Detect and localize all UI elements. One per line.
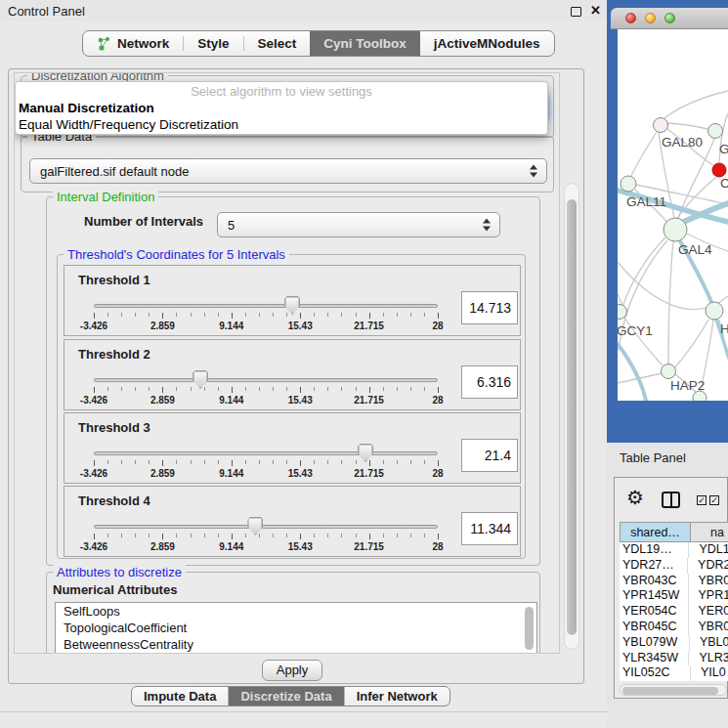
threshold-slider[interactable]: -3.4262.8599.14415.4321.71528 xyxy=(94,266,438,337)
network-canvas[interactable]: GAL80GACGAL11GAL4GCY1HHAP2 xyxy=(618,29,728,401)
network-window-titlebar[interactable] xyxy=(611,8,728,29)
threshold-value-field[interactable]: 21.4 xyxy=(461,439,518,472)
table-cell[interactable]: YLR345W xyxy=(620,651,689,666)
table-row[interactable]: YBR045CYBR0 xyxy=(620,620,728,635)
slider-minor-tick xyxy=(424,534,425,537)
network-node-label: GAL80 xyxy=(662,135,703,150)
table-row[interactable]: YBR043CYBR0 xyxy=(620,574,728,589)
table-row[interactable]: YDR27…YDR2 xyxy=(620,558,728,574)
table-cell[interactable]: YBR043C xyxy=(620,574,689,589)
slider-tick xyxy=(94,534,95,539)
tab-impute-data[interactable]: Impute Data xyxy=(132,687,228,706)
slider-track[interactable] xyxy=(94,451,438,455)
table-cell[interactable]: YBL079W xyxy=(620,635,690,651)
table-cell[interactable]: YER0 xyxy=(689,604,728,620)
table-cell[interactable]: YPR145W xyxy=(620,588,689,604)
table-cell[interactable]: YIL052C xyxy=(620,665,691,681)
tab-style[interactable]: Style xyxy=(184,31,242,56)
threshold-value-field[interactable]: 6.316 xyxy=(461,365,518,399)
number-of-intervals-select[interactable]: 5 xyxy=(217,212,500,237)
checkbox-icon[interactable]: ✓ xyxy=(709,495,719,505)
zoom-traffic-light-icon[interactable] xyxy=(664,13,675,23)
slider-minor-tick xyxy=(191,387,192,391)
table-row[interactable]: YER054CYER0 xyxy=(620,604,728,620)
table-cell[interactable]: YIL0 xyxy=(691,665,726,681)
table-row[interactable]: YDL19…YDL1 xyxy=(620,542,728,558)
horizontal-scrollbar-thumb[interactable] xyxy=(622,687,718,695)
table-cell[interactable]: YPR1 xyxy=(689,588,728,604)
slider-thumb[interactable] xyxy=(193,370,208,389)
table-cell[interactable]: YBR0 xyxy=(689,574,728,589)
network-node-gal11[interactable] xyxy=(621,176,636,192)
dropdown-option-equal-width-frequency-discretization[interactable]: Equal Width/Frequency Discretization xyxy=(16,116,547,133)
tab-jactivemnodules[interactable]: jActiveMNodules xyxy=(420,31,554,56)
slider-track[interactable] xyxy=(94,525,438,529)
network-edge xyxy=(667,123,707,129)
attribute-item-topologicalcoefficient[interactable]: TopologicalCoefficient xyxy=(56,620,536,636)
network-node-h[interactable] xyxy=(706,302,723,320)
table-cell[interactable]: YDL19… xyxy=(620,542,689,558)
slider-minor-tick xyxy=(245,313,246,317)
slider-tick xyxy=(300,387,301,393)
network-node-ga[interactable] xyxy=(708,124,723,139)
gear-icon[interactable]: ⚙ xyxy=(626,486,644,509)
slider-thumb[interactable] xyxy=(247,517,263,535)
table-row[interactable]: YLR345WYLR3 xyxy=(620,651,728,666)
table-cell[interactable]: YBL0 xyxy=(690,635,728,651)
table-data-select[interactable]: galFiltered.sif default node xyxy=(29,158,547,184)
bottom-divider xyxy=(0,711,607,712)
threshold-slider[interactable]: -3.4262.8599.14415.4321.71528 xyxy=(94,340,438,411)
horizontal-scrollbar[interactable] xyxy=(620,684,727,696)
table-cell[interactable]: YDR27… xyxy=(620,558,688,574)
slider-minor-tick xyxy=(397,460,398,464)
table-cell[interactable]: YER054C xyxy=(620,604,689,620)
tab-cyni-toolbox[interactable]: Cyni Toolbox xyxy=(310,31,420,56)
threshold-value-field[interactable]: 14.713 xyxy=(461,291,518,324)
slider-track[interactable] xyxy=(94,304,438,308)
threshold-value-field[interactable]: 11.344 xyxy=(461,512,518,545)
close-icon[interactable]: ✕ xyxy=(590,3,601,18)
table-row[interactable]: YBL079WYBL0 xyxy=(620,635,728,651)
slider-minor-tick xyxy=(327,313,328,317)
slider-tick xyxy=(162,313,163,319)
network-node-hap2[interactable] xyxy=(662,364,676,379)
numerical-attributes-list[interactable]: SelfLoopsTopologicalCoefficientBetweenne… xyxy=(55,602,537,654)
threshold-slider[interactable]: -3.4262.8599.14415.4321.71528 xyxy=(94,487,438,558)
tab-discretize-data[interactable]: Discretize Data xyxy=(228,687,343,706)
slider-minor-tick xyxy=(135,313,136,317)
network-node-edge-node[interactable] xyxy=(693,391,707,401)
slider-minor-tick xyxy=(314,534,315,537)
apply-button[interactable]: Apply xyxy=(262,660,322,681)
list-scrollbar-thumb[interactable] xyxy=(525,607,534,650)
minimize-traffic-light-icon[interactable] xyxy=(645,13,656,23)
vertical-scrollbar[interactable] xyxy=(564,183,579,650)
network-node-c[interactable] xyxy=(712,163,726,177)
table-cell[interactable]: YDL1 xyxy=(689,542,728,558)
slider-thumb[interactable] xyxy=(358,444,373,462)
column-header-na[interactable]: na xyxy=(691,522,728,542)
tab-network[interactable]: Network xyxy=(83,31,183,56)
table-cell[interactable]: YLR3 xyxy=(689,651,728,666)
float-window-icon[interactable] xyxy=(571,7,581,17)
dropdown-option-manual-discretization[interactable]: Manual Discretization xyxy=(16,100,547,116)
table-cell[interactable]: YBR045C xyxy=(620,620,689,635)
table-row[interactable]: YIL052CYIL0 xyxy=(620,665,728,681)
slider-minor-tick xyxy=(191,460,192,464)
table-row[interactable]: YPR145WYPR1 xyxy=(620,588,728,604)
attribute-item-selfloops[interactable]: SelfLoops xyxy=(56,603,536,620)
split-columns-icon[interactable] xyxy=(662,492,680,508)
table-cell[interactable]: YDR2 xyxy=(688,558,728,574)
slider-track[interactable] xyxy=(94,378,438,382)
table-cell[interactable]: YBR0 xyxy=(689,620,728,635)
vertical-scrollbar-thumb[interactable] xyxy=(567,199,577,635)
slider-tick xyxy=(438,387,439,393)
threshold-slider[interactable]: -3.4262.8599.14415.4321.71528 xyxy=(94,413,438,485)
network-node-gal4[interactable] xyxy=(664,218,687,241)
column-header-shared[interactable]: shared… xyxy=(620,522,691,542)
close-traffic-light-icon[interactable] xyxy=(625,13,636,23)
tab-infer-network[interactable]: Infer Network xyxy=(344,687,450,706)
network-node-gal80[interactable] xyxy=(654,118,668,133)
attribute-item-betweennesscentrality[interactable]: BetweennessCentrality xyxy=(56,636,536,653)
checkbox-icon[interactable]: ✓ xyxy=(697,495,707,505)
tab-select[interactable]: Select xyxy=(244,31,311,56)
